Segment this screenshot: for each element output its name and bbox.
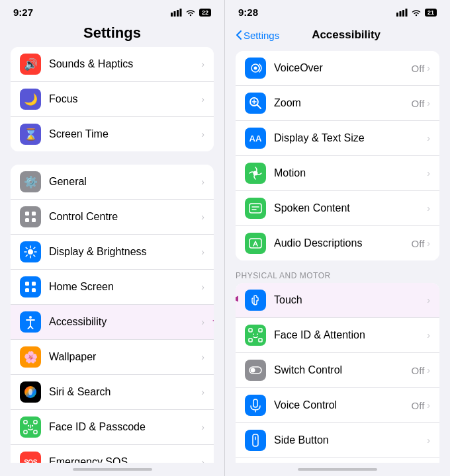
settings-row-siri-search[interactable]: Siri & Search › <box>11 375 214 410</box>
settings-row-emergency-sos[interactable]: SOS Emergency SOS › <box>11 445 214 463</box>
svg-rect-40 <box>402 10 404 17</box>
svg-rect-2 <box>177 10 179 17</box>
display-brightness-label: Display & Brightness <box>49 246 199 258</box>
left-status-icons: 22 <box>171 9 211 17</box>
svg-point-8 <box>28 249 33 255</box>
acc-row-zoom[interactable]: Zoom Off › <box>236 86 439 121</box>
focus-label: Focus <box>49 93 199 105</box>
left-status-bar: 9:27 22 <box>0 0 224 22</box>
display-text-size-label: Display & Text Size <box>274 132 427 144</box>
svg-rect-55 <box>259 329 262 332</box>
svg-rect-49 <box>249 204 261 213</box>
control-centre-icon <box>20 206 41 227</box>
accessibility-title: Accessibility <box>279 28 413 42</box>
face-id-attention-icon <box>245 325 266 346</box>
settings-section-2: ⚙️ General › Control Centre › <box>11 165 214 463</box>
accessibility-arrow <box>209 311 214 333</box>
side-button-icon <box>245 430 266 451</box>
acc-row-voice-control[interactable]: Voice Control Off › <box>236 388 439 423</box>
svg-point-29 <box>32 425 33 426</box>
voice-control-label: Voice Control <box>274 399 412 411</box>
accessibility-list: VoiceOver Off › Zoom Off › AA <box>225 46 450 463</box>
acc-row-side-button[interactable]: Side Button › <box>236 423 439 458</box>
settings-row-general[interactable]: ⚙️ General › <box>11 165 214 200</box>
svg-rect-6 <box>25 218 29 222</box>
settings-row-screen-time[interactable]: ⌛ Screen Time › <box>11 117 214 151</box>
left-phone-panel: 9:27 22 Settings 🔊 Sounds & Haptics <box>0 0 225 476</box>
right-battery: 21 <box>425 9 437 17</box>
acc-row-motion[interactable]: Motion › <box>236 156 439 191</box>
wifi-icon <box>185 9 196 17</box>
settings-row-accessibility[interactable]: Accessibility › <box>11 305 214 340</box>
left-home-indicator <box>0 463 224 476</box>
switch-control-value: Off <box>412 365 425 376</box>
svg-point-21 <box>29 316 32 319</box>
audio-descriptions-icon <box>245 233 266 254</box>
acc-row-audio-descriptions[interactable]: Audio Descriptions Off › <box>236 226 439 260</box>
settings-row-sounds[interactable]: 🔊 Sounds & Haptics › <box>11 47 214 82</box>
face-id-icon <box>20 416 41 438</box>
touch-label: Touch <box>274 294 427 306</box>
settings-row-focus[interactable]: 🌙 Focus › <box>11 82 214 117</box>
physical-section: Touch › <box>236 283 439 463</box>
settings-row-wallpaper[interactable]: 🌸 Wallpaper › <box>11 340 214 375</box>
svg-rect-62 <box>253 399 257 407</box>
right-home-indicator <box>225 463 450 476</box>
settings-row-control-centre[interactable]: Control Centre › <box>11 200 214 235</box>
acc-row-switch-control[interactable]: Switch Control Off › <box>236 353 439 388</box>
svg-rect-39 <box>399 11 401 17</box>
signal-icon <box>171 9 182 17</box>
motion-label: Motion <box>274 167 427 179</box>
svg-rect-7 <box>32 218 36 222</box>
acc-row-voiceover[interactable]: VoiceOver Off › <box>236 51 439 86</box>
svg-rect-52 <box>249 239 261 248</box>
emergency-sos-icon: SOS <box>20 452 41 463</box>
left-title: Settings <box>11 24 214 42</box>
display-text-size-icon: AA <box>245 128 266 149</box>
physical-section-header: PHYSICAL AND MOTOR <box>225 260 450 283</box>
side-button-label: Side Button <box>274 434 427 446</box>
settings-row-home-screen[interactable]: Home Screen › <box>11 270 214 305</box>
settings-row-display-brightness[interactable]: Display & Brightness › <box>11 235 214 270</box>
svg-line-15 <box>34 247 35 249</box>
svg-line-45 <box>257 105 261 109</box>
svg-rect-17 <box>25 282 29 286</box>
zoom-icon <box>245 93 266 114</box>
audio-descriptions-label: Audio Descriptions <box>274 237 412 249</box>
svg-rect-20 <box>32 288 36 292</box>
physical-section-label: PHYSICAL AND MOTOR <box>225 260 450 283</box>
home-screen-label: Home Screen <box>49 281 199 293</box>
back-button[interactable]: Settings <box>236 30 279 41</box>
svg-rect-19 <box>25 288 29 292</box>
svg-rect-57 <box>259 338 262 342</box>
sounds-icon: 🔊 <box>20 54 41 75</box>
svg-line-14 <box>34 255 35 257</box>
screen-time-label: Screen Time <box>49 128 199 140</box>
screen-time-icon: ⌛ <box>20 124 41 145</box>
acc-row-display-text-size[interactable]: AA Display & Text Size › <box>236 121 439 156</box>
svg-rect-38 <box>396 13 398 17</box>
svg-point-23 <box>28 389 32 395</box>
acc-row-face-id-attention[interactable]: Face ID & Attention › <box>236 318 439 353</box>
accessibility-icon <box>20 311 41 333</box>
back-label: Settings <box>244 30 279 41</box>
svg-rect-54 <box>249 329 252 332</box>
settings-section-1: 🔊 Sounds & Haptics › 🌙 Focus › ⌛ Screen … <box>11 47 214 151</box>
voice-control-icon <box>245 395 266 416</box>
acc-row-spoken-content[interactable]: Spoken Content › <box>236 191 439 226</box>
settings-row-face-id-passcode[interactable]: Face ID & Passcode › <box>11 410 214 445</box>
touch-icon <box>245 290 266 311</box>
voiceover-value: Off <box>412 63 425 74</box>
right-signal-icon <box>396 9 408 17</box>
siri-search-label: Siri & Search <box>49 386 199 398</box>
svg-rect-3 <box>179 9 181 17</box>
voiceover-icon <box>245 58 266 79</box>
sounds-label: Sounds & Haptics <box>49 58 199 70</box>
acc-row-touch[interactable]: Touch › <box>236 283 439 318</box>
back-chevron-icon <box>236 30 242 40</box>
acc-row-control-nearby[interactable]: Control Nearby Devices › <box>236 458 439 463</box>
right-wifi-icon <box>411 9 422 17</box>
motion-icon <box>245 163 266 184</box>
svg-point-59 <box>257 334 258 335</box>
svg-rect-5 <box>32 212 36 216</box>
